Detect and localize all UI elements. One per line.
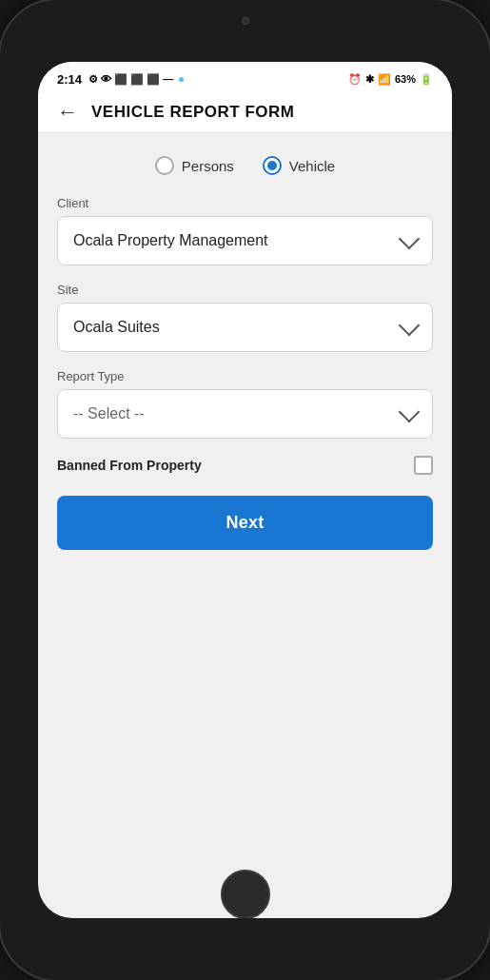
report-type-placeholder: -- Select -- (73, 405, 145, 422)
site-field-group: Site Ocala Suites (57, 283, 433, 352)
alarm-icon: ⏰ (348, 73, 362, 86)
home-button[interactable] (221, 870, 270, 918)
status-bar: 2:14 ⚙ 👁 ⬛ ⬛ ⬛ — ⏰ ✱ 📶 63% 🔋 (38, 62, 452, 92)
front-camera (242, 17, 249, 25)
back-button[interactable]: ← (57, 102, 78, 123)
radio-vehicle[interactable]: Vehicle (263, 156, 335, 175)
radio-persons[interactable]: Persons (155, 156, 234, 175)
battery-icon: 🔋 (420, 73, 433, 86)
report-type-field-group: Report Type -- Select -- (57, 369, 433, 439)
bluetooth-icon: ✱ (365, 73, 374, 86)
status-icons-left: ⚙ 👁 ⬛ ⬛ ⬛ — (88, 73, 173, 86)
notification-dot (179, 77, 184, 82)
report-type-dropdown[interactable]: -- Select -- (57, 389, 433, 439)
next-button[interactable]: Next (57, 496, 433, 550)
radio-label-vehicle: Vehicle (289, 158, 335, 174)
client-label: Client (57, 196, 433, 210)
status-icons-right: ⏰ ✱ 📶 63% 🔋 (348, 73, 433, 86)
report-type-chevron-icon (399, 402, 421, 423)
phone-screen: 2:14 ⚙ 👁 ⬛ ⬛ ⬛ — ⏰ ✱ 📶 63% 🔋 ← VEHICLE R… (38, 62, 452, 918)
wifi-icon: 📶 (378, 73, 391, 86)
report-type-radio-group: Persons Vehicle (57, 156, 433, 175)
client-field-group: Client Ocala Property Management (57, 196, 433, 265)
banned-checkbox[interactable] (414, 456, 433, 475)
radio-label-persons: Persons (182, 158, 234, 174)
client-value: Ocala Property Management (73, 232, 268, 249)
client-dropdown[interactable]: Ocala Property Management (57, 216, 433, 265)
site-label: Site (57, 283, 433, 297)
status-time: 2:14 (57, 72, 82, 87)
radio-circle-persons (155, 156, 174, 175)
banned-label: Banned From Property (57, 458, 202, 473)
banned-row: Banned From Property (57, 456, 433, 475)
nav-bar: ← VEHICLE REPORT FORM (38, 92, 452, 133)
screen-content: Persons Vehicle Client Ocala Property Ma… (38, 133, 452, 871)
site-value: Ocala Suites (73, 319, 160, 336)
battery-percentage: 63% (395, 73, 416, 85)
report-type-label: Report Type (57, 369, 433, 383)
site-chevron-icon (399, 315, 421, 337)
status-left: 2:14 ⚙ 👁 ⬛ ⬛ ⬛ — (57, 72, 184, 87)
page-title: VEHICLE REPORT FORM (91, 103, 295, 122)
radio-inner-vehicle (267, 161, 277, 170)
phone-notch (169, 11, 322, 30)
phone-bottom-bar (38, 871, 452, 918)
phone-frame: 2:14 ⚙ 👁 ⬛ ⬛ ⬛ — ⏰ ✱ 📶 63% 🔋 ← VEHICLE R… (0, 0, 490, 980)
client-chevron-icon (399, 228, 421, 250)
radio-circle-vehicle (263, 156, 282, 175)
site-dropdown[interactable]: Ocala Suites (57, 303, 433, 352)
